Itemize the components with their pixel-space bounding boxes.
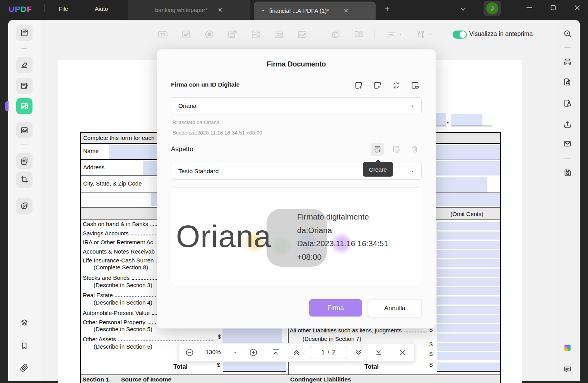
amount-field[interactable] (437, 296, 500, 305)
zoom-in-icon[interactable] (249, 348, 258, 357)
zoom-out-icon[interactable] (185, 348, 194, 357)
form-tools-icon[interactable] (415, 29, 426, 39)
attachment-icon[interactable] (20, 363, 29, 373)
amount-field[interactable] (437, 287, 500, 295)
total-amount-field[interactable] (437, 363, 500, 372)
zoom-dropdown-icon[interactable] (232, 348, 238, 357)
amount-field[interactable] (437, 232, 500, 240)
forms-icon[interactable] (16, 98, 32, 114)
menu-help[interactable]: Aiuto (95, 5, 108, 12)
chevron-down-icon[interactable] (398, 29, 403, 39)
svg-text:OCR: OCR (565, 62, 570, 65)
amount-field[interactable] (437, 315, 500, 323)
amount-field[interactable] (437, 222, 500, 230)
dropdown-field-icon[interactable] (227, 29, 238, 39)
amount-field[interactable] (437, 352, 500, 360)
toolbar-divider (390, 349, 390, 356)
delete-appearance-icon[interactable] (410, 145, 419, 154)
last-page-icon[interactable] (374, 348, 383, 357)
sign-button[interactable]: Firma (309, 299, 362, 317)
close-tab-icon[interactable]: ✕ (344, 7, 349, 14)
cancel-button[interactable]: Annulla (368, 299, 422, 317)
watermark-icon[interactable] (16, 198, 32, 214)
bookmark-icon[interactable] (20, 341, 29, 351)
tab-chevron-icon[interactable] (261, 9, 265, 13)
first-page-icon[interactable] (271, 348, 280, 357)
create-appearance-button[interactable] (371, 143, 384, 156)
avatar-container[interactable]: J (484, 1, 501, 16)
close-icon[interactable] (573, 3, 581, 12)
list-box-icon[interactable] (251, 29, 261, 39)
maximize-icon[interactable] (549, 3, 557, 12)
page-current[interactable]: 1 (321, 349, 325, 356)
radio-button-icon[interactable] (204, 29, 214, 39)
amount-field[interactable] (437, 278, 500, 286)
alignment-icon[interactable] (386, 29, 396, 39)
import-id-icon[interactable] (373, 81, 382, 90)
amount-field[interactable] (437, 241, 500, 249)
digital-id-select[interactable]: Oriana (171, 97, 422, 114)
comment-panel-icon[interactable] (563, 365, 572, 374)
view-id-icon[interactable] (410, 81, 420, 90)
preview-toggle[interactable] (453, 31, 467, 39)
highlighter-icon[interactable] (16, 57, 32, 73)
email-icon[interactable] (563, 139, 572, 148)
save-icon[interactable] (563, 168, 572, 177)
protect-icon[interactable] (563, 99, 572, 108)
text-field-icon[interactable] (158, 29, 168, 39)
page-total: 2 (332, 349, 335, 356)
ai-assistant-icon[interactable] (563, 343, 572, 352)
digital-id-value: Oriana (178, 102, 197, 109)
close-tab-icon[interactable]: ✕ (218, 7, 223, 14)
amount-field[interactable] (437, 269, 500, 277)
new-tab-icon[interactable]: + (385, 4, 390, 14)
panel-handle[interactable] (5, 101, 9, 111)
sidebar-divider (21, 145, 27, 145)
amount-field[interactable] (437, 250, 500, 258)
amount-field[interactable] (437, 259, 500, 267)
layout-grid-icon[interactable] (354, 29, 364, 39)
id-expiry-text: Scadenza:2028.11.16 16:34:51 +08:00 (173, 130, 262, 136)
close-toolbar-icon[interactable] (398, 348, 407, 357)
reader-icon[interactable] (16, 25, 32, 41)
form-recognition-icon[interactable] (331, 29, 341, 39)
add-id-icon[interactable] (354, 81, 363, 90)
amount-field[interactable] (437, 343, 500, 351)
share-icon[interactable] (563, 120, 572, 129)
crop-icon[interactable] (16, 172, 32, 188)
avatar[interactable]: J (486, 2, 498, 14)
edit-appearance-icon[interactable] (391, 145, 401, 154)
amount-field[interactable] (437, 306, 500, 314)
refresh-id-icon[interactable] (391, 81, 401, 90)
ok-button-icon[interactable] (274, 29, 284, 39)
signature-field-icon[interactable] (297, 29, 307, 39)
edit-note-icon[interactable] (16, 78, 32, 94)
next-page-icon[interactable] (354, 348, 363, 357)
ocr-icon[interactable]: OCR (563, 57, 572, 66)
sign-icon[interactable] (16, 122, 32, 138)
app-window: UPDF File Aiuto banking whitepapar* ✕ fi… (0, 0, 588, 383)
convert-icon[interactable] (563, 77, 572, 87)
checkbox-icon[interactable] (181, 29, 191, 39)
search-icon[interactable] (563, 29, 572, 38)
previous-page-icon[interactable] (292, 348, 301, 357)
amount-field[interactable] (222, 327, 282, 343)
layers-icon[interactable] (20, 318, 29, 327)
dotted-leader (404, 332, 427, 332)
page-number-box[interactable]: 1 / 2 (310, 346, 347, 359)
amount-field[interactable] (437, 334, 500, 342)
asset-note: (Complete Section 8) (94, 264, 148, 271)
form-field[interactable] (451, 114, 482, 126)
tabs-list-chevron-icon[interactable] (459, 5, 467, 14)
organize-pages-icon[interactable] (16, 153, 32, 169)
tab-label: financial-...A-PDFA (1)* (269, 7, 329, 14)
tab-financial-pdfa[interactable]: financial-...A-PDFA (1)* ✕ (254, 2, 376, 20)
amount-field[interactable] (437, 324, 500, 332)
chevron-down-icon[interactable] (427, 29, 433, 39)
zoom-level[interactable]: 130% (202, 349, 225, 356)
tab-banking-whitepaper[interactable]: banking whitepapar* ✕ (128, 0, 250, 20)
minimize-icon[interactable] (525, 3, 533, 12)
total-amount-field[interactable] (223, 363, 286, 372)
asset-label: Automobile-Present Value (83, 310, 150, 316)
menu-file[interactable]: File (59, 5, 68, 12)
